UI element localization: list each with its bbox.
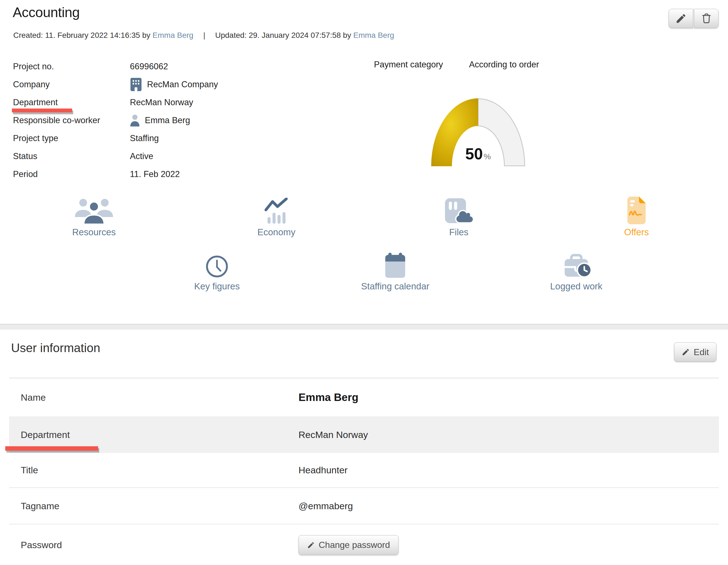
field-value: Staffing — [130, 133, 159, 143]
table-row-name: Name Emma Berg — [9, 378, 719, 416]
user-information-panel: User information Edit Name Emma Berg Dep… — [0, 329, 728, 565]
detail-row-project-type: Project type Staffing — [13, 129, 218, 147]
trash-icon — [700, 12, 713, 25]
building-icon — [130, 78, 142, 91]
detail-row-period: Period 11. Feb 2022 — [13, 165, 218, 183]
detail-row-company: Company RecMan Company — [13, 75, 218, 93]
user-department-value: RecMan Norway — [298, 429, 368, 440]
row-label: Tagname — [21, 501, 59, 511]
nav-item-economy[interactable]: Economy — [221, 198, 332, 238]
row-label: Department — [21, 429, 70, 440]
table-row-department: Department RecMan Norway — [9, 416, 719, 453]
row-label: Title — [21, 465, 38, 475]
nav-label: Economy — [221, 227, 332, 238]
user-tagname-value: @emmaberg — [298, 501, 353, 511]
responsible-name: Emma Berg — [145, 115, 190, 125]
nav-item-key-figures[interactable]: Key figures — [162, 254, 272, 291]
created-by-link[interactable]: Emma Berg — [153, 31, 193, 40]
user-information-heading: User information — [11, 341, 100, 355]
table-row-password: Password Change password — [9, 524, 719, 565]
field-value: RecMan Norway — [130, 98, 193, 107]
payment-category-value: According to order — [469, 60, 539, 70]
edit-project-button[interactable] — [669, 9, 693, 28]
row-label: Password — [21, 540, 62, 550]
delete-project-button[interactable] — [694, 9, 719, 28]
table-row-title: Title Headhunter — [9, 453, 719, 487]
detail-row-department: Department RecMan Norway — [13, 93, 218, 111]
user-name-value: Emma Berg — [298, 391, 358, 403]
field-label: Project type — [13, 133, 58, 143]
gauge-percent-number: 50 — [465, 145, 483, 163]
status-value: Active — [130, 151, 153, 161]
change-password-button[interactable]: Change password — [298, 535, 399, 555]
company-name: RecMan Company — [147, 80, 218, 90]
resources-icon — [73, 198, 115, 224]
edit-user-button[interactable]: Edit — [674, 342, 716, 362]
nav-item-offers[interactable]: Offers — [581, 198, 692, 238]
updated-by-link[interactable]: Emma Berg — [353, 31, 394, 40]
meta-separator: | — [203, 31, 205, 40]
row-label: Name — [21, 392, 46, 403]
nav-label: Logged work — [521, 281, 632, 291]
change-password-label: Change password — [319, 540, 390, 550]
edit-button-label: Edit — [694, 347, 709, 357]
user-title-value: Headhunter — [298, 465, 348, 475]
project-panel: Accounting Created: 11. February 2022 14… — [0, 0, 728, 324]
updated-text: Updated: 29. January 2024 07:57:58 by — [215, 31, 351, 40]
department-annotation-underline — [12, 109, 72, 112]
pencil-icon — [682, 348, 690, 356]
nav-label: Offers — [581, 227, 692, 238]
pencil-icon — [307, 541, 315, 549]
field-label: Company — [13, 80, 50, 90]
detail-row-status: Status Active — [13, 147, 218, 165]
briefcase-clock-icon — [560, 253, 593, 279]
offers-document-icon — [625, 197, 648, 224]
company-link[interactable]: RecMan Company — [130, 75, 218, 93]
clock-icon — [205, 255, 229, 279]
calendar-icon — [384, 253, 406, 279]
nav-item-files[interactable]: Files — [404, 198, 514, 238]
nav-item-staffing-calendar[interactable]: Staffing calendar — [340, 254, 451, 291]
project-details: Project no. 66996062 Company RecMan Comp… — [13, 57, 218, 183]
project-actions — [669, 9, 719, 28]
field-label: Period — [13, 169, 38, 179]
field-label: Status — [13, 151, 37, 161]
created-text: Created: 11. February 2022 14:16:35 by — [13, 31, 150, 40]
payment-gauge: 50% — [431, 98, 525, 166]
nav-label: Key figures — [162, 281, 272, 291]
detail-row-responsible: Responsible co-worker Emma Berg — [13, 111, 218, 129]
field-label: Department — [13, 98, 58, 107]
table-row-tagname: Tagname @emmaberg — [9, 487, 719, 524]
user-information-table: Name Emma Berg Department RecMan Norway … — [9, 378, 719, 565]
nav-label: Staffing calendar — [340, 281, 451, 291]
page-title: Accounting — [13, 4, 80, 20]
section-divider — [0, 324, 728, 329]
field-label: Project no. — [13, 62, 54, 72]
nav-item-resources[interactable]: Resources — [39, 198, 149, 238]
responsible-coworker-link[interactable]: Emma Berg — [130, 111, 190, 129]
nav-item-logged-work[interactable]: Logged work — [521, 254, 632, 291]
person-icon — [130, 114, 140, 127]
payment-category-label: Payment category — [374, 60, 443, 70]
detail-row-project-no: Project no. 66996062 — [13, 57, 218, 75]
field-value: 11. Feb 2022 — [130, 169, 180, 179]
gauge-value: 50% — [431, 145, 525, 163]
department-annotation-underline — [5, 446, 98, 451]
project-meta: Created: 11. February 2022 14:16:35 by E… — [13, 31, 394, 40]
field-value: 66996062 — [130, 62, 168, 72]
nav-label: Files — [404, 227, 514, 238]
nav-label: Resources — [39, 227, 149, 238]
files-cloud-icon — [443, 198, 474, 224]
economy-icon — [263, 198, 290, 224]
pencil-icon — [675, 13, 687, 24]
gauge-percent-sign: % — [484, 152, 491, 161]
field-label: Responsible co-worker — [13, 115, 100, 125]
